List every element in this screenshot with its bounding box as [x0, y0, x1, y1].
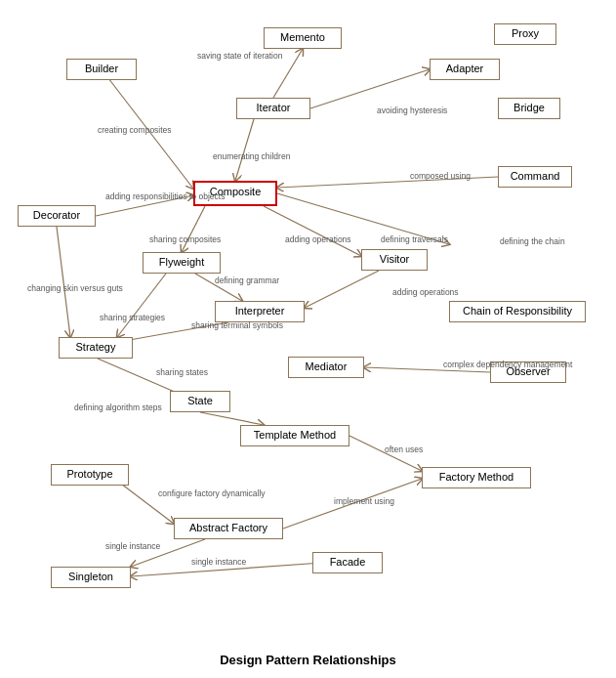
edge-label-0: saving state of iteration: [197, 51, 282, 61]
svg-line-10: [305, 271, 379, 308]
edge-label-3: enumerating children: [213, 151, 290, 161]
node-singleton[interactable]: Singleton: [51, 567, 131, 588]
node-iterator[interactable]: Iterator: [236, 98, 310, 119]
edge-label-19: configure factory dynamically: [158, 488, 266, 498]
diagram-title: Design Pattern Relationships: [0, 645, 616, 673]
svg-line-1: [310, 69, 430, 108]
edge-label-6: sharing composites: [149, 234, 221, 244]
edge-label-20: implement using: [334, 496, 394, 506]
node-interpreter[interactable]: Interpreter: [215, 301, 305, 322]
edge-label-11: adding operations: [392, 287, 459, 297]
node-adapter[interactable]: Adapter: [430, 59, 500, 80]
edge-label-1: avoiding hysteresis: [377, 106, 447, 115]
node-abstractf[interactable]: Abstract Factory: [174, 518, 283, 539]
node-chain[interactable]: Chain of Responsibility: [449, 301, 586, 322]
node-memento[interactable]: Memento: [264, 27, 342, 49]
node-command[interactable]: Command: [498, 166, 572, 188]
node-bridge[interactable]: Bridge: [498, 98, 560, 119]
node-mediator[interactable]: Mediator: [288, 357, 364, 378]
edge-label-13: sharing terminal symbols: [191, 320, 283, 330]
edge-label-5: adding responsibilities to objects: [105, 191, 225, 201]
node-template[interactable]: Template Method: [240, 425, 349, 446]
node-proxy[interactable]: Proxy: [494, 23, 556, 45]
edge-label-7: adding operations: [285, 234, 351, 244]
edge-label-18: often uses: [385, 445, 423, 454]
edge-label-21: single instance: [105, 541, 160, 551]
edge-label-2: creating composites: [98, 125, 172, 135]
node-flyweight[interactable]: Flyweight: [143, 252, 221, 274]
edge-label-15: sharing states: [156, 367, 208, 377]
node-factory[interactable]: Factory Method: [422, 467, 531, 488]
diagram-container: MementoProxyAdapterBuilderBridgeIterator…: [0, 0, 616, 645]
svg-line-3: [235, 119, 254, 181]
edge-label-12: sharing strategies: [100, 313, 165, 322]
edge-label-10: defining grammar: [215, 275, 279, 285]
svg-line-7: [264, 206, 361, 256]
arrows-svg: [0, 0, 616, 645]
node-visitor[interactable]: Visitor: [361, 249, 428, 271]
node-strategy[interactable]: Strategy: [59, 337, 133, 359]
node-decorator[interactable]: Decorator: [18, 205, 96, 227]
node-facade[interactable]: Facade: [312, 552, 383, 573]
edge-label-4: composed using: [410, 171, 471, 181]
svg-line-13: [57, 227, 70, 337]
edge-label-9: defining the chain: [500, 236, 565, 246]
edge-label-8: defining traversals: [381, 234, 448, 244]
edge-label-17: defining algorithm steps: [74, 403, 162, 412]
edge-label-14: changing skin versus guts: [27, 283, 123, 293]
svg-line-16: [200, 412, 264, 425]
svg-line-11: [117, 274, 166, 337]
node-state[interactable]: State: [170, 391, 230, 412]
edge-label-16: complex dependency management: [443, 360, 572, 369]
edge-label-22: single instance: [191, 557, 246, 567]
node-builder[interactable]: Builder: [66, 59, 137, 80]
svg-line-6: [182, 206, 205, 252]
node-prototype[interactable]: Prototype: [51, 464, 129, 486]
